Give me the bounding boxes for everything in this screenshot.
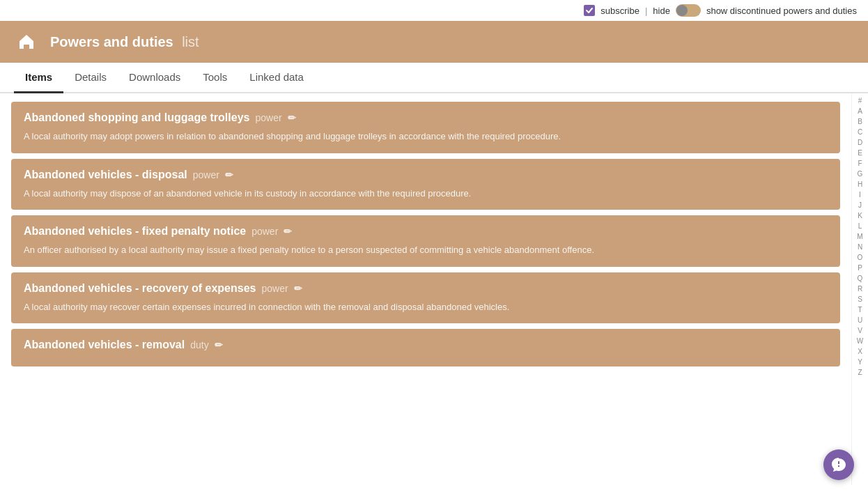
alpha-letter[interactable]: P: [858, 263, 862, 273]
main-area: Abandoned shopping and luggage trolleys …: [0, 93, 868, 485]
alpha-letter[interactable]: R: [858, 284, 862, 294]
alpha-letter[interactable]: W: [857, 337, 863, 346]
list-item[interactable]: Abandoned shopping and luggage trolleys …: [11, 102, 840, 153]
alpha-letter[interactable]: T: [858, 305, 862, 315]
item-title: Abandoned vehicles - fixed penalty notic…: [24, 225, 828, 238]
list-item[interactable]: Abandoned vehicles - disposal power ✏ A …: [11, 159, 840, 210]
tab-downloads[interactable]: Downloads: [118, 63, 192, 93]
list-item[interactable]: Abandoned vehicles - fixed penalty notic…: [11, 215, 840, 267]
alpha-letter[interactable]: J: [858, 201, 862, 210]
tab-tools[interactable]: Tools: [192, 63, 238, 93]
edit-icon[interactable]: ✏: [294, 283, 302, 294]
edit-icon[interactable]: ✏: [225, 169, 233, 180]
top-bar: subscribe | hide show discontinued power…: [0, 0, 868, 21]
alpha-letter[interactable]: A: [858, 107, 862, 116]
item-description: An officer authorised by a local authori…: [24, 243, 828, 257]
alpha-letter[interactable]: D: [858, 138, 862, 148]
alpha-letter[interactable]: Q: [858, 274, 863, 284]
alpha-letter[interactable]: C: [858, 128, 862, 137]
alpha-letter[interactable]: X: [858, 347, 862, 357]
alphabet-sidebar: #ABCDEFGHIJKLMNOPQRSTUVWXYZ: [851, 93, 868, 485]
alpha-letter[interactable]: E: [858, 148, 862, 158]
page-title: Powers and duties: [50, 34, 173, 49]
alpha-letter[interactable]: F: [858, 159, 862, 169]
item-description: A local authority may dispose of an aban…: [24, 187, 828, 201]
alpha-letter[interactable]: K: [858, 211, 862, 221]
items-list: Abandoned shopping and luggage trolleys …: [0, 93, 851, 485]
edit-icon[interactable]: ✏: [215, 339, 223, 350]
alpha-letter[interactable]: I: [859, 190, 861, 200]
alpha-letter[interactable]: O: [858, 253, 863, 263]
item-title: Abandoned vehicles - removal duty ✏: [24, 339, 828, 351]
subscribe-checkbox[interactable]: [584, 5, 595, 16]
edit-icon[interactable]: ✏: [288, 112, 296, 123]
alpha-letter[interactable]: Y: [858, 357, 862, 367]
discontinued-toggle[interactable]: [676, 4, 701, 17]
list-item[interactable]: Abandoned vehicles - recovery of expense…: [11, 272, 840, 324]
alpha-letter[interactable]: S: [858, 295, 862, 304]
separator: |: [645, 6, 647, 16]
discontinued-toggle-container: [676, 4, 701, 17]
alpha-letter[interactable]: #: [858, 96, 862, 106]
tabs-bar: Items Details Downloads Tools Linked dat…: [0, 63, 868, 93]
page-header: Powers and duties list: [0, 21, 868, 63]
alpha-letter[interactable]: V: [858, 326, 862, 336]
tab-details[interactable]: Details: [63, 63, 118, 93]
list-item[interactable]: Abandoned vehicles - removal duty ✏: [11, 329, 840, 366]
alpha-letter[interactable]: Z: [858, 368, 862, 378]
item-title: Abandoned vehicles - disposal power ✏: [24, 169, 828, 181]
tab-linked-data[interactable]: Linked data: [238, 63, 315, 93]
alpha-letter[interactable]: U: [858, 316, 862, 325]
edit-icon[interactable]: ✏: [284, 226, 292, 237]
hide-label: hide: [653, 6, 670, 16]
item-description: A local authority may adopt powers in re…: [24, 130, 828, 144]
page-subtitle: list: [182, 34, 199, 49]
item-title: Abandoned shopping and luggage trolleys …: [24, 111, 828, 124]
alpha-letter[interactable]: G: [858, 169, 863, 179]
home-icon[interactable]: [14, 29, 39, 54]
alpha-letter[interactable]: H: [858, 180, 862, 190]
subscribe-label: subscribe: [600, 6, 640, 16]
chat-widget[interactable]: [823, 449, 854, 480]
alpha-letter[interactable]: M: [857, 232, 862, 242]
item-title: Abandoned vehicles - recovery of expense…: [24, 282, 828, 295]
alpha-letter[interactable]: N: [858, 242, 862, 252]
header-title-container: Powers and duties list: [50, 34, 199, 50]
alpha-letter[interactable]: B: [858, 117, 862, 127]
alpha-letter[interactable]: L: [858, 222, 862, 231]
item-description: A local authority may recover certain ex…: [24, 300, 828, 314]
show-discontinued-label: show discontinued powers and duties: [706, 6, 857, 16]
tab-items[interactable]: Items: [14, 63, 63, 93]
